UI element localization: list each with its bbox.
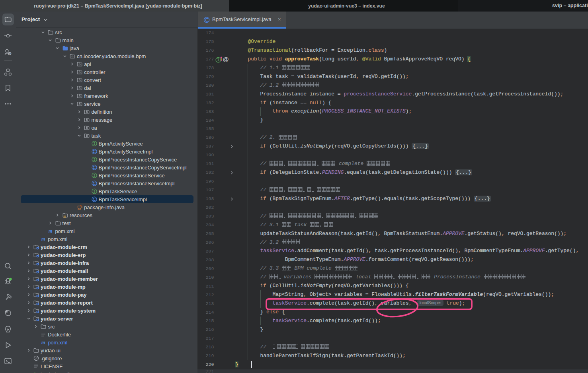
svg-text:m: m (41, 236, 45, 242)
svg-text:m: m (49, 228, 52, 234)
svg-text:?: ? (9, 52, 11, 56)
svg-text:m: m (41, 340, 45, 345)
